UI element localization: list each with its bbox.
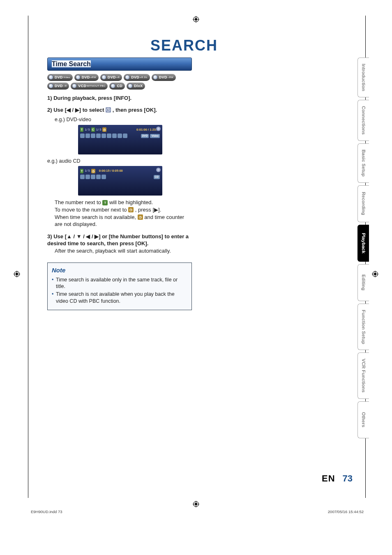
osd-chapter: 1/ 5 bbox=[96, 128, 101, 132]
clock-chip-icon: ◷ bbox=[138, 214, 143, 220]
step-2-mid: ] to select bbox=[79, 107, 106, 113]
disc-badge-row: DVDVideo DVD+RW DVD+R DVD+R DL DVD−RW DV… bbox=[47, 74, 192, 90]
osd-track: 1/ 5 bbox=[85, 128, 90, 132]
osd-screenshot-dvd: T 1/ 5 C 1/ 5 ◷ 0:01:00 / 1:23:45 DVD Vi… bbox=[78, 125, 162, 154]
step-2-pre: Use [ bbox=[53, 107, 67, 113]
step-2-body-3: When time search is not available, ◷ and… bbox=[55, 214, 192, 228]
tab-vcr-functions[interactable]: VCR Functions bbox=[357, 352, 369, 398]
osd-t-chip: T bbox=[80, 169, 83, 173]
tab-playback[interactable]: Playback bbox=[357, 225, 369, 262]
osd-t-chip: T bbox=[80, 127, 83, 132]
osd-c-chip: C bbox=[91, 127, 95, 132]
footer: E9H90UD.indd 73 2007/05/16 15:44:52 bbox=[31, 509, 364, 514]
page-number: EN 73 bbox=[322, 473, 353, 484]
section-header-text: Time Search bbox=[52, 60, 91, 67]
clock-icon bbox=[106, 107, 111, 113]
osd-track: 1/ 5 bbox=[85, 169, 90, 173]
step-2: 2) Use [◀ / ▶] to select , then press [O… bbox=[47, 106, 192, 114]
example-cd-label: e.g.) audio CD bbox=[47, 158, 192, 165]
chapter-tabs: Introduction Connections Basic Setup Rec… bbox=[357, 58, 369, 441]
step-2-post: , then press [OK]. bbox=[111, 107, 157, 113]
step-3: 3) Use [▲ / ▼ / ◀ / ▶] or [the Number bu… bbox=[47, 233, 192, 255]
osd-tag-dvd: DVD bbox=[141, 134, 149, 138]
footer-left: E9H90UD.indd 73 bbox=[31, 509, 62, 514]
osd-tag-cd: CD bbox=[154, 175, 160, 179]
clock-icon: ◷ bbox=[102, 127, 106, 132]
badge-divx: DivX bbox=[127, 83, 145, 90]
tab-others[interactable]: Others bbox=[357, 401, 369, 438]
tab-basic-setup[interactable]: Basic Setup bbox=[357, 143, 369, 183]
tab-recording[interactable]: Recording bbox=[357, 185, 369, 222]
tab-editing[interactable]: Editing bbox=[357, 264, 369, 301]
osd-format-tags: CD bbox=[154, 175, 160, 179]
step-2-body-2: To move to the number next to ◷ , press … bbox=[55, 206, 192, 214]
svg-point-7 bbox=[374, 273, 376, 275]
osd-tag-video: Video bbox=[150, 134, 160, 138]
badge-dvd-plus-r: DVD+R bbox=[100, 74, 122, 81]
section-header: Time Search bbox=[47, 58, 192, 71]
note-item: Time search is available only in the sam… bbox=[52, 276, 187, 290]
badge-cd: CD bbox=[109, 83, 125, 90]
note-box: Note Time search is available only in th… bbox=[47, 263, 192, 310]
tab-connections[interactable]: Connections bbox=[357, 100, 369, 141]
page-title: SEARCH bbox=[28, 37, 340, 54]
page-lang: EN bbox=[322, 473, 335, 484]
tab-function-setup[interactable]: Function Setup bbox=[357, 304, 369, 350]
example-dvd-label: e.g.) DVD-video bbox=[55, 116, 192, 123]
svg-point-5 bbox=[16, 273, 18, 275]
page-num-value: 73 bbox=[343, 473, 353, 484]
note-title: Note bbox=[52, 266, 187, 274]
osd-screenshot-cd: T 1/ 5 ◷ 0:00:15 / 0:05:00 CD bbox=[78, 166, 162, 196]
arrow-left-right-icon: ◀ / ▶ bbox=[67, 107, 79, 113]
clock-icon: ◷ bbox=[91, 169, 95, 173]
crop-mark-left bbox=[13, 270, 21, 278]
arrow-right-icon: ▶ bbox=[154, 207, 158, 213]
badge-dvd-minus-r: DVD−R bbox=[47, 83, 69, 90]
t-chip-icon: T bbox=[102, 200, 108, 205]
step-1-text: During playback, press [INFO]. bbox=[53, 95, 131, 101]
step-1: 1) During playback, press [INFO]. bbox=[47, 94, 192, 102]
disc-icon bbox=[156, 127, 161, 131]
step-3-after: After the search, playback will start au… bbox=[55, 247, 192, 255]
note-item: Time search is not available when you pl… bbox=[52, 291, 187, 305]
crop-mark-bottom bbox=[192, 500, 200, 508]
osd-icon-row bbox=[80, 175, 160, 179]
arrows-four-way-icon: ▲ / ▼ / ◀ / ▶ bbox=[67, 233, 99, 240]
badge-vcd: VCDWITHOUT PBC bbox=[71, 83, 108, 90]
badge-dvd-plus-rw: DVD+RW bbox=[74, 74, 99, 81]
badge-dvd-video: DVDVideo bbox=[47, 74, 73, 81]
osd-format-tags: DVD Video bbox=[141, 134, 160, 138]
step-2-body-1: The number next to T will be highlighted… bbox=[55, 199, 192, 206]
osd-time: 0:00:15 / 0:05:00 bbox=[99, 169, 123, 173]
svg-point-3 bbox=[195, 503, 197, 505]
badge-dvd-minus-rw: DVD−RW bbox=[152, 74, 176, 81]
footer-right: 2007/05/16 15:44:52 bbox=[328, 509, 364, 514]
tab-introduction[interactable]: Introduction bbox=[357, 58, 369, 97]
badge-dvd-plus-r-dl: DVD+R DL bbox=[124, 74, 150, 81]
crop-mark-right bbox=[371, 270, 379, 278]
main-content: Time Search DVDVideo DVD+RW DVD+R DVD+R … bbox=[47, 58, 192, 310]
clock-chip-icon: ◷ bbox=[128, 207, 134, 212]
